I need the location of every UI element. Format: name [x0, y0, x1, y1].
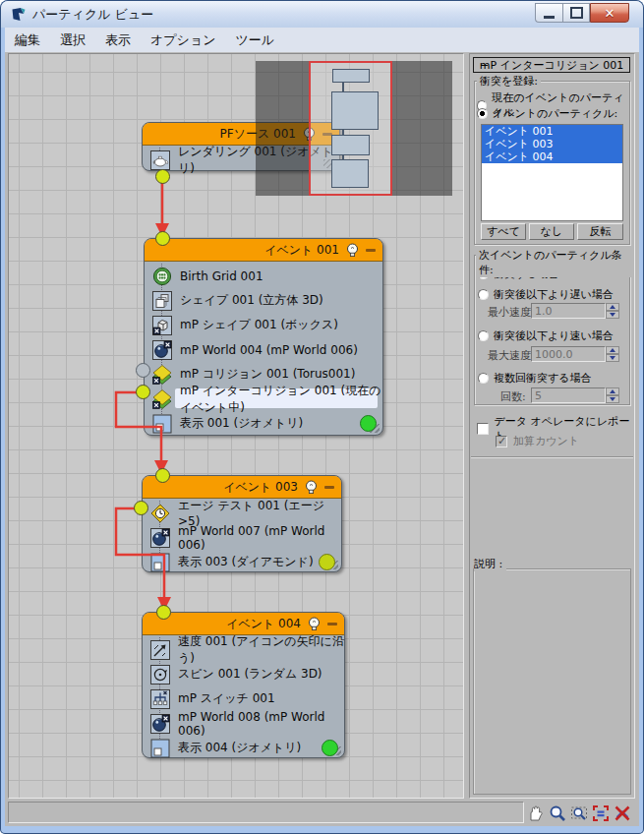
spin-up-icon[interactable]: [610, 305, 615, 309]
radio-faster-after-collision[interactable]: 衝突後以下より速い場合: [478, 328, 614, 343]
radio-event-particles[interactable]: イベントのパーティクル:: [477, 106, 617, 121]
pan-tool-icon[interactable]: [527, 804, 545, 822]
select-all-button[interactable]: すべて: [481, 223, 526, 240]
event-001-input-port[interactable]: [155, 231, 170, 246]
menu-bar: 編集 選択 表示 オプション ツール: [5, 28, 639, 52]
collision-test-output-port[interactable]: [136, 363, 150, 378]
maximize-button[interactable]: [562, 3, 590, 23]
operator-row[interactable]: 表示 003 (ダイアモンド): [143, 550, 341, 574]
condition-group-label: 次イベントのパーティクル条件:: [476, 248, 634, 277]
radio-icon: [478, 373, 489, 384]
mp-world-icon: [150, 528, 170, 548]
no-zoom-tool-icon[interactable]: [614, 804, 631, 822]
zoom-tool-icon[interactable]: [549, 804, 566, 822]
invert-selection-button[interactable]: 反転: [577, 223, 623, 240]
operator-row-selected[interactable]: mP インターコリジョン 001 (現在のイベント中): [145, 387, 382, 411]
source-output-port[interactable]: [155, 169, 170, 184]
display-color-light[interactable]: [322, 740, 338, 756]
rollout-collapse-icon[interactable]: −: [480, 59, 489, 72]
spin-down-icon[interactable]: [610, 356, 615, 360]
operator-row[interactable]: mP World 007 (mP World 006): [143, 525, 341, 550]
event-004-input-port[interactable]: [156, 605, 171, 620]
status-bar-field: [8, 802, 524, 823]
operator-row[interactable]: 速度 001 (アイコンの矢印に沿う): [143, 637, 344, 662]
list-item-event-003[interactable]: イベント 003: [482, 138, 622, 150]
operator-row[interactable]: Birth Grid 001: [145, 264, 382, 288]
operator-label: 速度 001 (アイコンの矢印に沿う): [178, 633, 344, 667]
parameters-panel: − mP インターコリジョン 001 衝突を登録: 現在のイベントのパーティクル…: [469, 53, 635, 799]
operator-row[interactable]: スピン 001 (ランダム 3D): [143, 662, 344, 686]
operator-label: シェイプ 001 (立方体 3D): [180, 292, 323, 309]
operator-row[interactable]: mP World 004 (mP World 006): [145, 337, 382, 362]
radio-collides-multiple[interactable]: 複数回衝突する場合: [478, 371, 592, 386]
select-none-button[interactable]: なし: [529, 223, 574, 240]
lamp-icon[interactable]: [345, 243, 360, 258]
times-spinner[interactable]: [606, 387, 619, 403]
operator-row[interactable]: シェイプ 001 (立方体 3D): [145, 288, 382, 313]
render-icon: [150, 150, 170, 170]
collapse-minus-icon[interactable]: [327, 623, 337, 626]
node-title: イベント 004: [226, 616, 301, 632]
spin-down-icon[interactable]: [610, 397, 615, 401]
spin-down-icon[interactable]: [610, 313, 615, 317]
times-field[interactable]: 5: [531, 387, 606, 403]
title-bar[interactable]: パーティクル ビュー ✕: [1, 1, 643, 28]
max-speed-field[interactable]: 1000.0: [531, 346, 606, 362]
minimize-button[interactable]: [535, 3, 562, 23]
operator-row[interactable]: mP World 008 (mP World 006): [143, 711, 344, 736]
close-button[interactable]: ✕: [590, 3, 629, 23]
operator-row[interactable]: mP シェイプ 001 (ボックス): [145, 313, 382, 337]
intercollision-test-output-port[interactable]: [136, 385, 150, 399]
spin-up-icon[interactable]: [610, 389, 615, 393]
list-item-event-004[interactable]: イベント 004: [482, 150, 622, 163]
node-title-bar[interactable]: イベント 001: [145, 239, 382, 262]
checkbox-checked-icon: [496, 436, 507, 447]
operator-label: mP スイッチ 001: [178, 690, 275, 707]
menu-edit[interactable]: 編集: [5, 30, 50, 51]
event-003-input-port[interactable]: [155, 468, 170, 483]
mp-switch-icon: [150, 689, 170, 709]
menu-select[interactable]: 選択: [50, 30, 95, 51]
node-event-004[interactable]: イベント 004 速度 001 (アイコンの矢印に沿う) スピン 001 (ラン…: [142, 612, 345, 758]
max-speed-spinner[interactable]: [606, 346, 619, 362]
description-label: 説明 :: [474, 557, 506, 571]
mp-collision-icon: [152, 365, 172, 385]
radio-slower-after-collision[interactable]: 衝突後以下より遅い場合: [478, 287, 614, 302]
operator-row[interactable]: mP スイッチ 001: [143, 686, 344, 711]
operator-row[interactable]: 表示 004 (ジオメトリ): [143, 736, 344, 760]
list-item-event-001[interactable]: イベント 001: [482, 125, 622, 138]
menu-tools[interactable]: ツール: [226, 30, 285, 51]
spin-up-icon[interactable]: [610, 348, 615, 352]
node-event-001[interactable]: イベント 001 Birth Grid 001 シェイプ 001 (立方体 3D…: [144, 238, 383, 436]
register-group-label: 衝突を登録:: [477, 74, 541, 89]
display-color-light[interactable]: [360, 415, 377, 432]
min-speed-spinner[interactable]: [606, 303, 619, 319]
menu-options[interactable]: オプション: [141, 30, 226, 51]
collapse-minus-icon[interactable]: [324, 486, 334, 489]
max-speed-label: 最大速度:: [488, 348, 535, 363]
display-color-light[interactable]: [319, 554, 335, 570]
operator-row[interactable]: エージ テスト 001 (エージ >5): [143, 501, 341, 525]
age-test-output-port[interactable]: [134, 501, 148, 515]
shape-icon: [152, 291, 172, 311]
additive-count-checkbox[interactable]: 加算カウント: [496, 434, 579, 448]
rollout-header[interactable]: − mP インターコリジョン 001: [473, 57, 630, 73]
rollout-title: mP インターコリジョン 001: [480, 58, 623, 73]
lamp-icon[interactable]: [304, 480, 319, 495]
collapse-minus-icon[interactable]: [366, 249, 376, 252]
menu-display[interactable]: 表示: [95, 30, 141, 51]
node-title-bar[interactable]: イベント 003: [143, 476, 341, 499]
zoom-region-tool-icon[interactable]: [570, 804, 588, 822]
lamp-icon[interactable]: [307, 617, 322, 631]
min-speed-field[interactable]: 1.0: [531, 303, 606, 319]
node-event-003[interactable]: イベント 003 エージ テスト 001 (エージ >5) mP World 0…: [142, 475, 342, 572]
operator-label: mP シェイプ 001 (ボックス): [180, 317, 338, 333]
event-canvas[interactable]: PFソース 001 レンダリング 001 (ジオメトリ) イベント 001: [8, 53, 464, 799]
operator-label: 表示 003 (ダイアモンド): [178, 554, 314, 570]
zoom-extents-tool-icon[interactable]: [592, 804, 610, 822]
event-list[interactable]: イベント 001 イベント 003 イベント 004: [481, 124, 623, 221]
panel-divider: [471, 456, 633, 458]
mp-world-icon: [152, 340, 172, 360]
radio-icon: [478, 330, 489, 341]
node-title: イベント 001: [264, 242, 339, 259]
